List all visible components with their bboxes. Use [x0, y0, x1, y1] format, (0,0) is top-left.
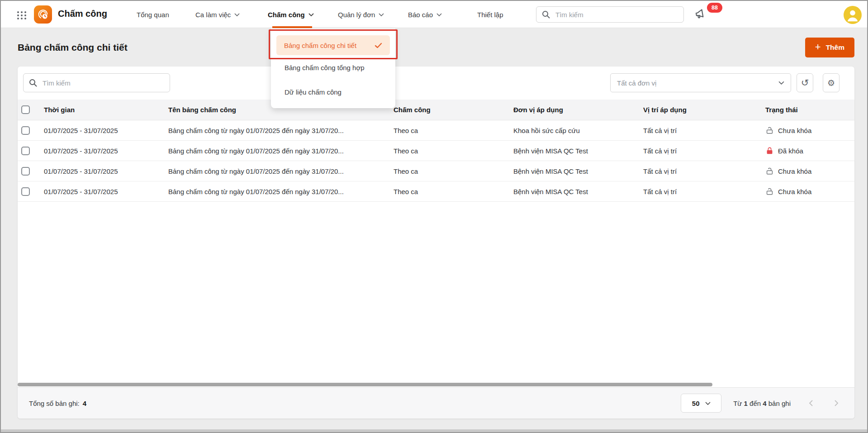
cell-location: Tất cả vị trí — [643, 147, 765, 155]
table-row[interactable]: 01/07/2025 - 31/07/2025 Bảng chấm công t… — [18, 181, 854, 202]
column-header-unit: Đơn vị áp dụng — [513, 106, 643, 114]
nav-label: Chấm công — [268, 11, 305, 19]
nav-item-tong-quan[interactable]: Tổng quan — [137, 1, 169, 28]
lock-open-icon — [765, 126, 774, 135]
cell-status: Chưa khóa — [765, 126, 854, 135]
chevron-down-icon — [436, 13, 442, 16]
app-grid-icon[interactable] — [15, 9, 28, 21]
row-checkbox[interactable] — [21, 126, 30, 135]
unit-filter-select[interactable]: Tất cả đơn vị — [610, 73, 791, 92]
select-all-checkbox[interactable] — [21, 105, 30, 114]
lock-open-icon — [765, 167, 774, 176]
lock-closed-icon — [765, 147, 774, 155]
add-button[interactable]: + Thêm — [805, 38, 854, 57]
nav-item-thiet-lap[interactable]: Thiết lập — [477, 1, 503, 28]
cell-unit: Bệnh viện MISA QC Test — [513, 188, 643, 195]
table-search-input[interactable] — [23, 73, 170, 92]
status-label: Chưa khóa — [778, 188, 811, 195]
app-window: Chấm công Tổng quan Ca làm việc Chấm côn… — [0, 0, 868, 433]
page-title: Bảng chấm công chi tiết — [18, 42, 128, 53]
search-icon — [542, 10, 550, 19]
user-avatar[interactable] — [844, 6, 862, 24]
nav-label: Thiết lập — [477, 11, 503, 19]
filter-right-group: Tất cả đơn vị ↺ ⚙ — [610, 73, 840, 92]
add-button-label: Thêm — [826, 43, 844, 52]
cell-status: Chưa khóa — [765, 167, 854, 176]
table-row[interactable]: 01/07/2025 - 31/07/2025 Bảng chấm công t… — [18, 120, 854, 141]
top-navbar: Chấm công Tổng quan Ca làm việc Chấm côn… — [1, 1, 867, 28]
filter-toolbar: Tất cả đơn vị ↺ ⚙ — [23, 73, 840, 92]
table-row[interactable]: 01/07/2025 - 31/07/2025 Bảng chấm công t… — [18, 161, 854, 181]
cell-time: 01/07/2025 - 31/07/2025 — [44, 167, 168, 175]
column-header-status: Trạng thái — [765, 106, 854, 114]
unit-filter-value: Tất cả đơn vị — [617, 79, 656, 87]
fingerprint-clock-icon — [36, 8, 50, 21]
cell-name: Bảng chấm công từ ngày 01/07/2025 đến ng… — [168, 147, 394, 155]
app-logo[interactable] — [34, 5, 52, 24]
total-records-label: Tổng số bản ghi: — [29, 400, 80, 407]
chevron-down-icon — [379, 13, 384, 16]
chevron-down-icon — [778, 81, 784, 85]
status-label: Chưa khóa — [778, 127, 811, 134]
chevron-down-icon — [308, 13, 314, 16]
menu-item-label: Dữ liệu chấm công — [285, 88, 342, 96]
check-icon — [375, 43, 382, 48]
cell-method: Theo ca — [394, 167, 513, 175]
nav-item-quan-ly-don[interactable]: Quản lý đơn — [338, 1, 384, 28]
cell-location: Tất cả vị trí — [643, 167, 765, 175]
page-size-value: 50 — [692, 400, 700, 407]
chevron-down-icon — [234, 13, 240, 16]
total-records-value: 4 — [83, 400, 86, 407]
cell-time: 01/07/2025 - 31/07/2025 — [44, 188, 168, 195]
settings-button[interactable]: ⚙ — [823, 73, 840, 92]
person-icon — [844, 6, 862, 24]
cell-time: 01/07/2025 - 31/07/2025 — [44, 127, 168, 134]
cell-location: Tất cả vị trí — [643, 188, 765, 195]
table-row[interactable]: 01/07/2025 - 31/07/2025 Bảng chấm công t… — [18, 141, 854, 161]
active-nav-underline — [272, 26, 312, 28]
table-header-row: Thời gian Tên bảng chấm công Chấm công Đ… — [18, 100, 854, 120]
menu-item-du-lieu-cham-cong[interactable]: Dữ liệu chấm công — [271, 80, 395, 104]
horizontal-scrollbar-thumb[interactable] — [18, 383, 712, 386]
status-label: Đã khóa — [778, 147, 803, 155]
menu-item-label: Bảng chấm công tổng hợp — [285, 64, 365, 71]
table-footer: Tổng số bản ghi: 4 50 Từ 1 đến 4 bản ghi — [18, 387, 854, 419]
record-range: Từ 1 đến 4 bản ghi — [733, 400, 791, 407]
global-search-input[interactable] — [536, 6, 684, 23]
refresh-button[interactable]: ↺ — [797, 73, 813, 92]
nav-label: Tổng quan — [137, 11, 169, 19]
notification-count-badge: 88 — [707, 3, 722, 13]
pagination: 50 Từ 1 đến 4 bản ghi — [681, 394, 841, 413]
nav-item-ca-lam-viec[interactable]: Ca làm việc — [195, 1, 240, 28]
global-search — [536, 6, 684, 23]
total-records: Tổng số bản ghi: 4 — [29, 400, 86, 407]
window-bottom-edge — [1, 429, 867, 432]
app-title: Chấm công — [58, 9, 107, 19]
next-page-button[interactable] — [831, 398, 841, 408]
search-icon — [29, 79, 37, 87]
chevron-right-icon — [834, 400, 839, 407]
table-search — [23, 73, 170, 92]
cell-method: Theo ca — [394, 188, 513, 195]
prev-page-button[interactable] — [806, 398, 816, 408]
row-checkbox[interactable] — [21, 147, 30, 155]
megaphone-icon — [693, 7, 707, 20]
page-size-select[interactable]: 50 — [681, 394, 721, 413]
cell-unit: Khoa hồi sức cấp cứu — [513, 127, 643, 134]
row-checkbox[interactable] — [21, 187, 30, 196]
menu-item-label: Bảng chấm công chi tiết — [284, 42, 356, 49]
timesheet-card: Tất cả đơn vị ↺ ⚙ Thời gian Tên bảng chấ… — [18, 67, 854, 419]
page-header: Bảng chấm công chi tiết + Thêm — [18, 37, 854, 57]
nav-item-cham-cong[interactable]: Chấm công — [268, 1, 314, 28]
nav-item-bao-cao[interactable]: Báo cáo — [408, 1, 442, 28]
cell-location: Tất cả vị trí — [643, 127, 765, 134]
cell-name: Bảng chấm công từ ngày 01/07/2025 đến ng… — [168, 127, 394, 134]
column-header-time: Thời gian — [44, 106, 168, 114]
cell-status: Đã khóa — [765, 147, 854, 155]
menu-item-bang-cham-cong-chi-tiet[interactable]: Bảng chấm công chi tiết — [276, 35, 390, 55]
column-header-method: Chấm công — [394, 106, 513, 114]
refresh-icon: ↺ — [801, 77, 809, 88]
menu-item-bang-cham-cong-tong-hop[interactable]: Bảng chấm công tổng hợp — [271, 55, 395, 80]
row-checkbox[interactable] — [21, 167, 30, 176]
status-label: Chưa khóa — [778, 167, 811, 175]
